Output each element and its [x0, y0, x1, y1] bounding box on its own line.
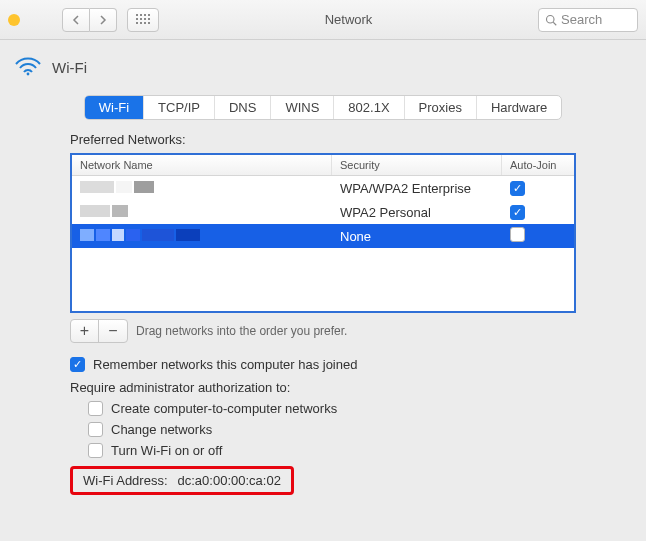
search-field[interactable]: Search	[538, 8, 638, 32]
back-button[interactable]	[62, 8, 90, 32]
svg-point-12	[547, 15, 555, 23]
svg-rect-6	[144, 18, 146, 20]
wifi-address-label: Wi-Fi Address:	[83, 473, 168, 488]
admin-auth-heading: Require administrator authorization to:	[70, 380, 576, 395]
tab-dns[interactable]: DNS	[215, 96, 271, 119]
svg-rect-5	[140, 18, 142, 20]
sheet-title: Wi-Fi	[52, 59, 87, 76]
window-title: Network	[165, 12, 532, 27]
search-icon	[545, 14, 557, 26]
svg-rect-11	[148, 22, 150, 24]
remove-network-button[interactable]: −	[99, 320, 127, 342]
preferred-networks-label: Preferred Networks:	[70, 132, 576, 147]
admin-auth-list: Create computer-to-computer networks Cha…	[88, 401, 576, 458]
chevron-right-icon	[98, 15, 108, 25]
grid-button[interactable]	[127, 8, 159, 32]
tab-tcpip[interactable]: TCP/IP	[144, 96, 215, 119]
table-row[interactable]: WPA/WPA2 Enterprise ✓	[72, 176, 574, 200]
autojoin-checkbox[interactable]: ✓	[510, 181, 525, 196]
svg-rect-2	[144, 14, 146, 16]
add-network-button[interactable]: +	[71, 320, 99, 342]
network-preferences-window: Network Search Wi-Fi Wi-Fi TCP/IP DNS WI…	[0, 0, 646, 541]
titlebar: Network Search	[0, 0, 646, 40]
redacted-network-name	[80, 228, 200, 242]
wifi-address-value: dc:a0:00:00:ca:02	[178, 473, 281, 488]
svg-rect-10	[144, 22, 146, 24]
minimize-traffic-light[interactable]	[8, 14, 20, 26]
table-actions-row: + − Drag networks into the order you pre…	[70, 319, 576, 343]
autojoin-checkbox[interactable]	[510, 227, 525, 242]
admin-label: Turn Wi-Fi on or off	[111, 443, 222, 458]
cell-security: WPA/WPA2 Enterprise	[332, 179, 502, 198]
forward-button[interactable]	[90, 8, 117, 32]
svg-rect-1	[140, 14, 142, 16]
admin-checkbox[interactable]	[88, 443, 103, 458]
cell-security: None	[332, 227, 502, 246]
remember-networks-row: ✓ Remember networks this computer has jo…	[70, 357, 576, 372]
wifi-icon	[14, 56, 42, 79]
svg-rect-8	[136, 22, 138, 24]
preferred-networks-table: Network Name Security Auto-Join WPA/WPA2…	[70, 153, 576, 313]
tab-8021x[interactable]: 802.1X	[334, 96, 404, 119]
chevron-left-icon	[71, 15, 81, 25]
admin-item: Turn Wi-Fi on or off	[88, 443, 576, 458]
svg-rect-0	[136, 14, 138, 16]
table-header: Network Name Security Auto-Join	[72, 155, 574, 176]
admin-item: Create computer-to-computer networks	[88, 401, 576, 416]
autojoin-checkbox[interactable]: ✓	[510, 205, 525, 220]
admin-checkbox[interactable]	[88, 401, 103, 416]
remember-networks-checkbox[interactable]: ✓	[70, 357, 85, 372]
redacted-network-name	[80, 204, 128, 218]
nav-back-forward	[62, 8, 117, 32]
svg-point-14	[27, 73, 30, 76]
table-row[interactable]: WPA2 Personal ✓	[72, 200, 574, 224]
tab-wins[interactable]: WINS	[271, 96, 334, 119]
col-header-autojoin[interactable]: Auto-Join	[502, 155, 574, 175]
tabs-row: Wi-Fi TCP/IP DNS WINS 802.1X Proxies Har…	[0, 95, 646, 120]
remember-networks-label: Remember networks this computer has join…	[93, 357, 357, 372]
wifi-address-highlight: Wi-Fi Address: dc:a0:00:00:ca:02	[70, 466, 294, 495]
svg-rect-3	[148, 14, 150, 16]
tabs: Wi-Fi TCP/IP DNS WINS 802.1X Proxies Har…	[84, 95, 563, 120]
drag-hint-label: Drag networks into the order you prefer.	[136, 324, 347, 338]
svg-line-13	[553, 22, 556, 25]
search-placeholder: Search	[561, 12, 602, 27]
add-remove-stepper: + −	[70, 319, 128, 343]
grid-icon	[136, 14, 150, 26]
col-header-security[interactable]: Security	[332, 155, 502, 175]
tab-proxies[interactable]: Proxies	[405, 96, 477, 119]
sheet-header: Wi-Fi	[0, 40, 646, 89]
admin-checkbox[interactable]	[88, 422, 103, 437]
cell-security: WPA2 Personal	[332, 203, 502, 222]
redacted-network-name	[80, 180, 154, 194]
tab-wifi[interactable]: Wi-Fi	[85, 96, 144, 119]
admin-label: Create computer-to-computer networks	[111, 401, 337, 416]
svg-rect-9	[140, 22, 142, 24]
admin-label: Change networks	[111, 422, 212, 437]
table-row[interactable]: None	[72, 224, 574, 248]
col-header-name[interactable]: Network Name	[72, 155, 332, 175]
svg-rect-7	[148, 18, 150, 20]
svg-rect-4	[136, 18, 138, 20]
admin-item: Change networks	[88, 422, 576, 437]
tab-hardware[interactable]: Hardware	[477, 96, 561, 119]
content-area: Preferred Networks: Network Name Securit…	[0, 132, 646, 495]
